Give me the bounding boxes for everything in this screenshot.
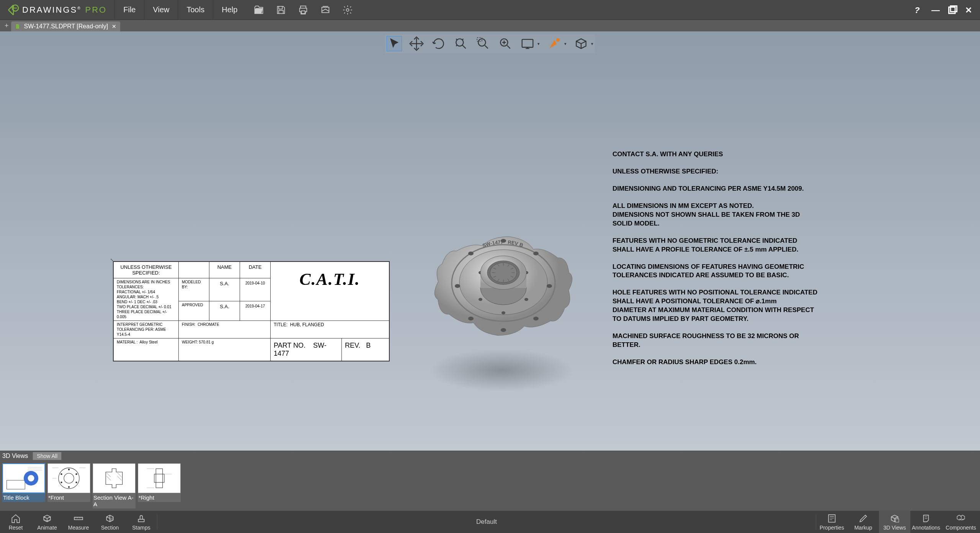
window-controls: ? — ✕ xyxy=(915,5,980,15)
app-name: DRAWINGS® xyxy=(22,5,82,15)
svg-line-64 xyxy=(118,473,122,477)
tab-close-icon[interactable]: ✕ xyxy=(112,23,116,29)
3dviews-button[interactable]: 3D Views xyxy=(879,511,910,533)
views-header: 3D Views Show All xyxy=(0,451,980,461)
animate-icon xyxy=(42,513,52,523)
tb-title: TITLE: HUB, FLANGED xyxy=(271,321,389,338)
thumb-section[interactable]: Section View A-A xyxy=(93,463,136,508)
svg-line-65 xyxy=(118,476,122,481)
thumb-title-block[interactable]: Title Block xyxy=(2,463,45,508)
thumb-image xyxy=(2,463,45,493)
bottom-right-tools: Properties Markup 3D Views Annotations C… xyxy=(816,511,980,533)
views-title: 3D Views xyxy=(2,453,28,459)
pan-tool[interactable] xyxy=(409,36,424,51)
svg-point-56 xyxy=(68,486,70,488)
viewport[interactable]: ▾ ▾ ▾ ⤡ UNLESS OTHERWISE SPECIFIED: NAME… xyxy=(0,31,980,451)
edrawings-logo-icon xyxy=(8,4,19,16)
svg-point-57 xyxy=(60,482,62,483)
thumb-label: Section View A-A xyxy=(93,493,136,508)
reset-button[interactable]: Reset xyxy=(0,511,31,533)
tb-unless: UNLESS OTHERWISE SPECIFIED: xyxy=(114,262,179,278)
perspective-dropdown[interactable]: ▾ xyxy=(591,41,593,46)
resize-handle-icon[interactable]: ⤡ xyxy=(110,258,113,262)
components-button[interactable]: Components xyxy=(942,511,980,533)
maximize-icon[interactable] xyxy=(948,5,957,15)
tb-tolerances: DIMENSIONS ARE IN INCHES TOLERANCES: FRA… xyxy=(114,278,179,321)
note-line: FEATURES WITH NO GEOMETRIC TOLERANCE IND… xyxy=(612,237,819,254)
thumb-label: *Front xyxy=(47,493,90,502)
svg-point-51 xyxy=(59,468,79,489)
note-line: CONTACT S.A. WITH ANY QUERIES xyxy=(612,150,819,159)
thumb-right[interactable]: *Right xyxy=(138,463,181,508)
tb-weight: WEIGHT: 570.81 g xyxy=(179,338,271,361)
menu-file[interactable]: File xyxy=(114,0,144,20)
show-all-button[interactable]: Show All xyxy=(33,452,62,460)
tb-interpret: INTERPRET GEOMETRIC TOLERANCING PER: ASM… xyxy=(114,321,179,338)
animate-button[interactable]: Animate xyxy=(31,511,63,533)
properties-icon xyxy=(827,513,837,523)
svg-rect-73 xyxy=(828,515,835,522)
select-tool[interactable] xyxy=(387,36,402,51)
title-block: ⤡ UNLESS OTHERWISE SPECIFIED: NAME DATE … xyxy=(113,261,390,361)
svg-point-25 xyxy=(479,298,482,301)
tb-approved-label: APPROVED xyxy=(179,301,209,321)
bottom-bar: Reset Animate Measure Section Stamps Def… xyxy=(0,511,980,533)
appearance-dropdown[interactable]: ▾ xyxy=(564,41,567,46)
display-style-tool[interactable] xyxy=(520,36,535,51)
svg-rect-1 xyxy=(322,7,329,13)
svg-point-55 xyxy=(75,482,77,483)
rotate-tool[interactable] xyxy=(431,36,446,51)
measure-button[interactable]: Measure xyxy=(63,511,94,533)
svg-rect-71 xyxy=(74,517,83,520)
stamps-button[interactable]: Stamps xyxy=(126,511,157,533)
svg-rect-45 xyxy=(7,480,25,489)
toolbar-icons xyxy=(253,5,353,15)
svg-point-16 xyxy=(533,317,539,320)
model-view[interactable]: SW-1477 REV B xyxy=(417,200,590,372)
display-style-dropdown[interactable]: ▾ xyxy=(537,41,540,46)
thumb-image xyxy=(93,463,136,493)
menu-help[interactable]: Help xyxy=(213,0,246,20)
document-tab[interactable]: SW-1477.SLDPRT [Read-only] ✕ xyxy=(11,21,121,31)
svg-point-2 xyxy=(346,8,349,11)
send-icon[interactable] xyxy=(320,5,331,15)
zoom-area-tool[interactable] xyxy=(475,36,491,51)
annotations-button[interactable]: Annotations xyxy=(910,511,942,533)
model-shadow xyxy=(429,349,574,391)
markup-button[interactable]: Markup xyxy=(848,511,879,533)
tb-approved-name: S.A. xyxy=(209,301,240,321)
svg-line-63 xyxy=(106,476,111,481)
tb-partno: PART NO. SW-1477 REV. B xyxy=(271,338,389,361)
3dviews-icon xyxy=(890,513,900,523)
help-icon[interactable]: ? xyxy=(915,5,924,15)
bottom-left-tools: Reset Animate Measure Section Stamps xyxy=(0,511,157,533)
save-icon[interactable] xyxy=(276,5,286,15)
print-icon[interactable] xyxy=(298,5,309,15)
tab-doc-icon xyxy=(15,24,20,29)
zoom-fit-tool[interactable] xyxy=(453,36,469,51)
tb-col-name: NAME xyxy=(209,262,240,278)
components-icon xyxy=(956,513,966,523)
properties-button[interactable]: Properties xyxy=(816,511,848,533)
minimize-icon[interactable]: — xyxy=(931,5,941,15)
thumb-front[interactable]: *Front xyxy=(47,463,90,508)
appearance-tool[interactable] xyxy=(547,36,562,51)
svg-rect-3 xyxy=(949,7,956,13)
svg-rect-9 xyxy=(522,39,533,47)
menu-items: File View Tools Help xyxy=(114,0,246,20)
settings-icon[interactable] xyxy=(342,5,353,15)
tb-company: C.A.T.I. xyxy=(271,262,389,321)
perspective-tool[interactable] xyxy=(573,36,589,51)
zoom-tool[interactable] xyxy=(498,36,513,51)
thumb-label: *Right xyxy=(138,493,181,502)
add-tab-button[interactable]: + xyxy=(2,22,11,30)
svg-point-53 xyxy=(68,469,70,470)
markup-icon xyxy=(858,513,868,523)
close-icon[interactable]: ✕ xyxy=(965,5,974,15)
open-icon[interactable] xyxy=(253,5,264,15)
menu-view[interactable]: View xyxy=(144,0,178,20)
menu-tools[interactable]: Tools xyxy=(178,0,213,20)
note-line: ALL DIMENSIONS IN MM EXCEPT AS NOTED. DI… xyxy=(612,202,819,228)
section-button[interactable]: Section xyxy=(94,511,126,533)
svg-rect-74 xyxy=(895,519,899,522)
